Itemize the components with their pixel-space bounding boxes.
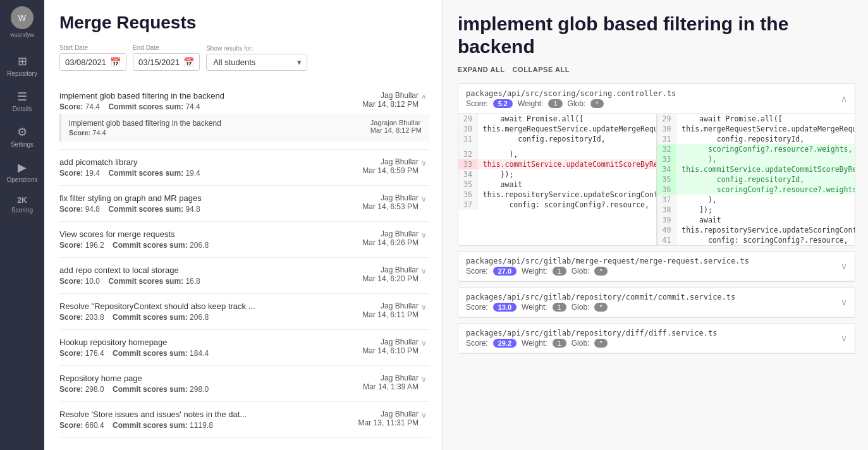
sidebar-item-operations[interactable]: ▶ Operations — [0, 154, 44, 190]
collapse-all-button[interactable]: COLLAPSE ALL — [513, 66, 570, 73]
glob-badge: * — [594, 267, 607, 276]
line-num: 33 — [458, 159, 477, 169]
file-meta: Score: 5.2 Weight: 1 Glob: * — [466, 99, 676, 108]
sidebar-item-settings[interactable]: ⚙ Settings — [0, 119, 44, 154]
start-date-field: Start Date 03/08/2021 📅 — [59, 44, 126, 71]
mr-expand-icon[interactable]: ∨ — [419, 265, 429, 277]
glob-badge: * — [594, 339, 607, 348]
mr-item-left: add picomatch library Score: 19.4 Commit… — [59, 157, 336, 178]
line-num: 30 — [458, 124, 477, 134]
glob-meta-label: Glob: — [572, 339, 590, 348]
line-num: 35 — [458, 179, 477, 190]
mr-list-item: Resolve 'Store issues and issues' notes … — [59, 402, 429, 438]
mr-item-header: add repo context to local storage Score:… — [59, 265, 429, 286]
line-num: 38 — [657, 205, 676, 215]
score-value: 203.8 — [85, 313, 104, 322]
sidebar-item-scoring[interactable]: 2K Scoring — [0, 190, 44, 220]
glob-meta-label: Glob: — [568, 99, 586, 108]
mr-author: Jag Bhullar — [336, 338, 419, 346]
sidebar: W wuandyw ⊞ Repository ☰ Details ⚙ Setti… — [0, 0, 44, 450]
students-value: All students — [213, 58, 255, 67]
students-dropdown-field: Show results for: All students ▾ — [206, 45, 307, 71]
file-section-chevron[interactable]: ∨ — [841, 261, 847, 271]
file-path: packages/api/src/gitlab/repository/diff/… — [466, 329, 717, 338]
sidebar-username: wuandyw — [10, 32, 34, 38]
mr-title: Repository home page — [59, 374, 336, 383]
mr-scores: Score: 660.4 Commit scores sum: 1119.8 — [59, 421, 336, 430]
weight-meta-label: Weight: — [522, 303, 547, 312]
mr-title: implement glob based filtering in the ba… — [59, 91, 336, 100]
mr-expand-icon[interactable]: ∨ — [419, 301, 429, 313]
mr-list-item: Repository home page Score: 298.0 Commit… — [59, 366, 429, 402]
chevron-down-icon: ▾ — [297, 58, 302, 67]
file-section-chevron[interactable]: ∧ — [841, 94, 847, 104]
mr-title: add picomatch library — [59, 157, 336, 167]
show-results-label: Show results for: — [206, 45, 307, 52]
grid-icon: ⊞ — [18, 54, 27, 68]
students-select[interactable]: All students ▾ — [206, 54, 307, 71]
mr-item-header: Repository home page Score: 298.0 Commit… — [59, 374, 429, 394]
file-section-chevron[interactable]: ∨ — [841, 297, 847, 307]
line-num: 34 — [657, 164, 676, 174]
mr-item-header: Resolve 'Store issues and issues' notes … — [59, 410, 429, 430]
mr-title: Resolve "RepositoryContext should also k… — [59, 301, 336, 311]
mr-expand-icon[interactable]: ∨ — [419, 157, 429, 169]
start-date-input[interactable]: 03/08/2021 📅 — [59, 53, 126, 71]
sidebar-item-details[interactable]: ☰ Details — [0, 83, 44, 119]
end-date-input[interactable]: 03/15/2021 📅 — [133, 53, 200, 71]
mr-expand-icon[interactable]: ∨ — [419, 374, 429, 385]
diff-line: 33 ), — [657, 154, 855, 164]
glob-badge: * — [590, 99, 603, 108]
commit-score-value: 19.4 — [185, 169, 200, 178]
mr-list: implement glob based filtering in the ba… — [59, 83, 429, 438]
filter-row: Start Date 03/08/2021 📅 End Date 03/15/2… — [59, 44, 429, 71]
sidebar-item-repository[interactable]: ⊞ Repository — [0, 48, 44, 83]
file-section-chevron[interactable]: ∨ — [841, 333, 847, 343]
diff-code: config.repositoryId, — [676, 174, 855, 185]
line-num: 37 — [458, 200, 477, 210]
file-header: packages/api/src/gitlab/repository/commi… — [458, 288, 855, 317]
mr-item-header: View scores for merge requests Score: 19… — [59, 229, 429, 250]
diff-code: await Promise.all([ — [676, 114, 855, 124]
file-path: packages/api/src/gitlab/merge-request/me… — [466, 257, 749, 265]
score-badge: 29.2 — [493, 339, 517, 348]
sub-commit-author: Jagrajan BhullarMar 14, 8:12 PM — [370, 119, 422, 134]
diff-code: config: scoringConfig?.resource, — [477, 200, 656, 210]
mr-expand-icon[interactable]: ∨ — [419, 410, 429, 421]
mr-title: fix filter styling on graph and MR pages — [59, 193, 336, 203]
mr-item-right: Jag Bhullar Mar 14, 6:59 PM — [336, 157, 419, 175]
avatar: W — [11, 6, 34, 29]
mr-expand-icon[interactable]: ∨ — [419, 338, 429, 349]
mr-expand-icon[interactable]: ∨ — [419, 193, 429, 205]
score-value: 196.2 — [85, 241, 104, 250]
mr-title: Resolve 'Store issues and issues' notes … — [59, 410, 336, 419]
commit-score-value: 298.0 — [190, 385, 209, 394]
diff-line: 35 await — [458, 179, 656, 190]
diff-line: 37 ), — [657, 195, 855, 205]
mr-item-right: Jag Bhullar Mar 14, 6:10 PM — [336, 338, 419, 355]
mr-scores: Score: 10.0 Commit scores sum: 16.8 — [59, 277, 336, 286]
score-label: Score: — [59, 205, 85, 214]
diff-code: this.repositoryService.updateScoringConf… — [477, 190, 656, 200]
mr-date: Mar 14, 6:26 PM — [336, 238, 419, 247]
score-label: Score: — [59, 277, 85, 286]
expand-all-button[interactable]: EXPAND ALL — [458, 66, 505, 73]
mr-expand-icon[interactable]: ∨ — [419, 229, 429, 241]
weight-badge: 1 — [548, 99, 562, 108]
score-meta-label: Score: — [466, 303, 488, 312]
mr-list-item: add picomatch library Score: 19.4 Commit… — [59, 150, 429, 186]
commit-score-label: Commit scores sum: — [108, 102, 185, 111]
calendar-icon-2: 📅 — [183, 57, 194, 67]
sidebar-item-label: Details — [13, 106, 32, 113]
line-num: 34 — [458, 169, 477, 179]
file-header: packages/api/src/gitlab/repository/diff/… — [458, 324, 855, 353]
mr-date: Mar 13, 11:31 PM — [336, 418, 419, 427]
mr-expand-icon[interactable]: ∧ — [419, 91, 429, 102]
diff-line: 33 this.commitService.updateCommitScoreB… — [458, 159, 656, 169]
score-label: Score: — [59, 313, 85, 322]
score-badge: 13.0 — [493, 303, 517, 312]
commit-score-label: Commit scores sum: — [113, 421, 190, 430]
score-label: Score: — [59, 385, 85, 394]
score-value: 10.0 — [85, 277, 100, 286]
file-section: packages/api/src/gitlab/repository/diff/… — [458, 323, 855, 354]
